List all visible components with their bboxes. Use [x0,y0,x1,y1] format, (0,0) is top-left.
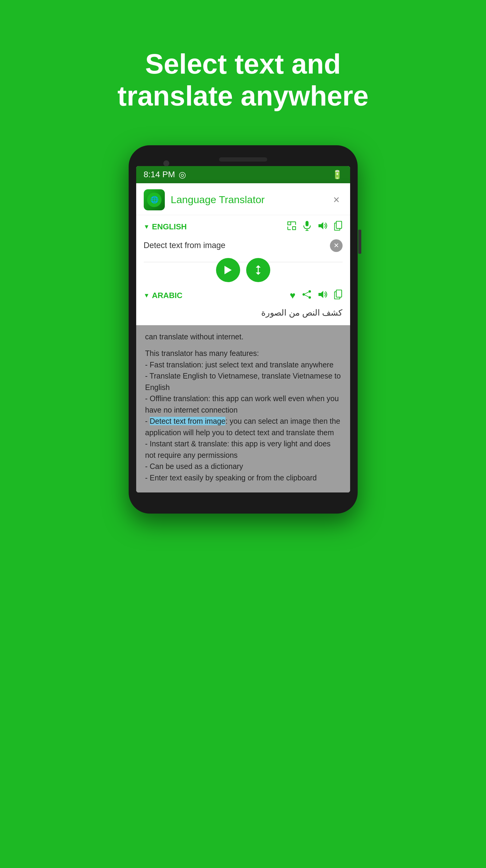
signal-icon: ◎ [179,170,186,180]
svg-text:🌐: 🌐 [150,195,159,204]
phone-camera [163,160,169,166]
features-intro: This translator has many features: [145,348,341,359]
feature2: - Translate English to Vietnamese, trans… [145,370,341,393]
svg-point-20 [302,293,305,296]
target-language-row: ▼ ARABIC ♥ [136,287,350,305]
svg-marker-11 [319,222,323,229]
svg-marker-14 [224,266,232,274]
favorite-icon[interactable]: ♥ [290,290,296,301]
copy-icon[interactable] [334,221,343,233]
battery-icon: 🔋 [332,170,343,180]
svg-rect-13 [336,221,342,228]
feature7: - Enter text easily by speaking or from … [145,472,341,484]
clear-button[interactable]: ✕ [330,239,343,252]
target-dropdown-arrow: ▼ [144,292,150,299]
svg-rect-3 [293,227,296,230]
source-lang-actions [287,221,343,233]
phone-bottom [136,493,350,501]
volume-button [358,230,361,254]
phone-screen: 8:14 PM ◎ 🔋 🌐 [136,166,350,493]
svg-rect-25 [336,290,342,297]
app-icon-svg: 🌐 [147,192,162,207]
phone: 8:14 PM ◎ 🔋 🌐 [129,145,358,514]
input-text[interactable]: Detect text from image [144,241,325,250]
svg-marker-16 [256,265,261,268]
popup-title: Language Translator [171,194,330,206]
feature1: - Fast translation: just select text and… [145,359,341,371]
target-speaker-icon[interactable] [318,290,327,301]
source-language-row: ▼ ENGLISH [136,215,350,236]
expand-icon[interactable] [287,221,296,233]
status-bar-left: 8:14 PM ◎ [144,170,186,180]
svg-line-22 [305,295,309,297]
phone-speaker [219,157,267,161]
svg-rect-2 [288,222,291,225]
svg-point-19 [309,296,311,299]
target-lang-actions: ♥ [290,290,343,302]
close-button[interactable]: × [330,194,343,206]
svg-point-18 [309,290,311,293]
source-language-label[interactable]: ▼ ENGLISH [144,222,187,231]
swap-button[interactable] [246,258,270,282]
popup-card: 🌐 Language Translator × ▼ ENGLISH [136,183,350,325]
feature3: - Offline translation: this app can work… [145,393,341,415]
svg-line-21 [305,292,309,294]
speaker-icon[interactable] [318,221,327,232]
status-bar: 8:14 PM ◎ 🔋 [136,166,350,183]
svg-rect-8 [305,221,309,226]
target-copy-icon[interactable] [334,290,343,302]
status-bar-right: 🔋 [332,170,343,180]
svg-marker-17 [256,273,261,275]
svg-marker-23 [319,291,323,298]
share-icon[interactable] [302,290,311,301]
translate-actions [136,256,350,287]
description-area: can translate without internet. This tra… [136,325,350,493]
header-section: Select text and translate anywhere [0,0,486,145]
source-dropdown-arrow: ▼ [144,223,150,230]
input-area: Detect text from image ✕ [136,236,350,256]
target-language-label[interactable]: ▼ ARABIC [144,291,183,300]
feature5: - Instant start & translate: this app is… [145,438,341,461]
time-display: 8:14 PM [144,170,175,179]
phone-wrapper: 8:14 PM ◎ 🔋 🌐 [0,145,486,514]
app-icon: 🌐 [144,189,165,210]
arabic-text: كشف النص من الصورة [144,308,343,318]
feature4-highlight: Detect text from image [150,417,225,425]
description-intro: can translate without internet. [145,331,341,343]
arabic-text-area: كشف النص من الصورة [136,305,350,325]
feature4: - Detect text from image: you can select… [145,415,341,438]
microphone-icon[interactable] [303,221,311,233]
popup-header: 🌐 Language Translator × [136,183,350,215]
phone-top [136,154,350,166]
translate-button[interactable] [216,258,240,282]
header-text: Select text and translate anywhere [30,24,456,130]
feature6: - Can be used as a dictionary [145,461,341,472]
